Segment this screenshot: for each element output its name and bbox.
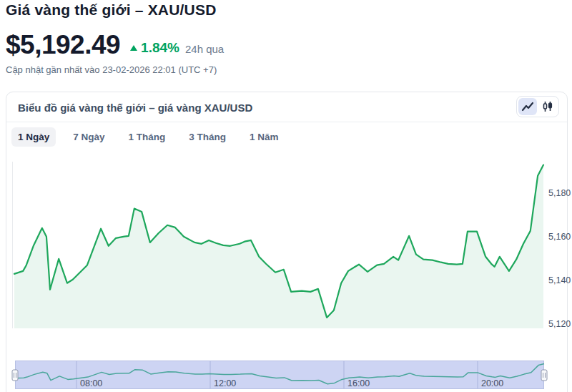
candlestick-icon (541, 101, 554, 112)
chart-card: Biểu đồ giá vàng thế giới – giá vàng XAU… (6, 92, 568, 392)
y-axis-tick-label: 5,120 (548, 319, 571, 329)
header-divider (6, 122, 567, 122)
y-axis-tick-label: 5,140 (548, 275, 571, 285)
price-change: 1.84% (130, 40, 179, 56)
range-tab-7-ngay[interactable]: 7 Ngày (66, 127, 111, 147)
y-axis-tick-label: 5,160 (548, 232, 571, 242)
price-line-chart (12, 162, 544, 330)
price-row: $5,192.49 1.84% 24h qua (6, 30, 224, 60)
chart-type-candle-button[interactable] (538, 98, 557, 115)
navigator-time-label: 08:00 (80, 378, 102, 388)
chart-type-toggle (516, 96, 559, 117)
line-chart-icon (521, 101, 534, 112)
navigator-right-handle[interactable] (541, 370, 547, 381)
range-tab-3-thang[interactable]: 3 Tháng (182, 127, 232, 147)
range-tabs: 1 Ngày7 Ngày1 Tháng3 Tháng1 Năm (11, 127, 285, 147)
range-tab-1-nam[interactable]: 1 Năm (243, 127, 285, 147)
navigator-scrollbar[interactable]: 08:0012:0016:0020:00 (15, 361, 544, 389)
page-title: Giá vàng thế giới – XAU/USD (6, 1, 217, 19)
change-percent: 1.84% (141, 40, 179, 56)
up-arrow-icon (130, 45, 137, 51)
navigator-mini-chart: 08:0012:0016:0020:00 (15, 361, 544, 389)
y-axis-tick-label: 5,180 (548, 188, 571, 198)
range-tab-1-thang[interactable]: 1 Tháng (122, 127, 172, 147)
current-price: $5,192.49 (6, 30, 120, 60)
navigator-time-label: 16:00 (347, 378, 370, 388)
range-tab-1-ngay[interactable]: 1 Ngày (11, 127, 56, 147)
y-axis-labels: 5,1205,1405,1605,180 (548, 162, 572, 330)
price-chart-area[interactable] (12, 162, 544, 330)
chart-card-title: Biểu đồ giá vàng thế giới – giá vàng XAU… (18, 102, 252, 114)
navigator-time-label: 20:00 (481, 378, 503, 388)
last-updated-text: Cập nhật gần nhất vào 23-02-2026 22:01 (… (6, 64, 217, 75)
chart-type-line-button[interactable] (518, 98, 537, 115)
navigator-time-label: 12:00 (214, 378, 236, 388)
navigator-left-handle[interactable] (12, 370, 18, 381)
change-period: 24h qua (185, 43, 224, 55)
